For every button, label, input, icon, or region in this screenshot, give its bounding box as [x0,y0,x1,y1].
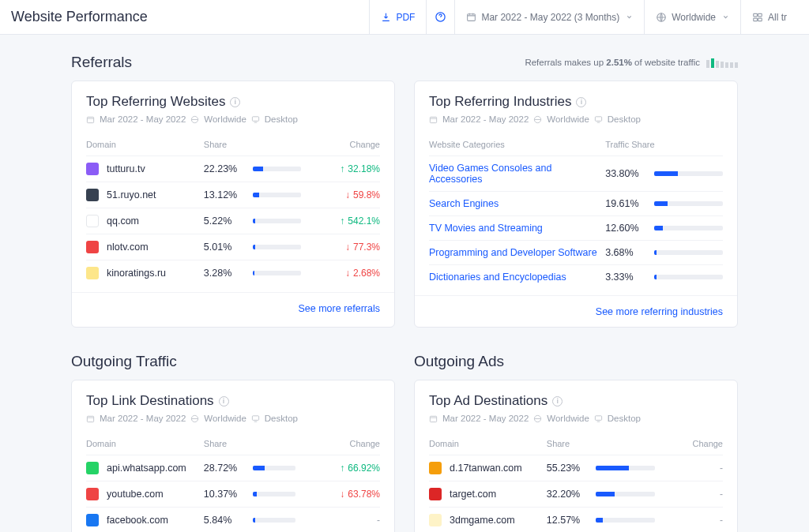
share-bar [253,518,295,523]
change-value: 63.78% [340,489,380,500]
svg-rect-18 [595,415,601,420]
svg-rect-15 [252,415,258,420]
domain-name[interactable]: 3dmgame.com [450,515,515,526]
share-value: 12.57% [547,515,588,526]
share-bar [596,492,656,496]
table-row: d.17tanwan.com55.23%- [429,455,723,481]
card-title: Top Referring Industries i [429,94,723,110]
pdf-label: PDF [396,12,415,23]
card-subtitle: Mar 2022 - May 2022 Worldwide Desktop [429,414,723,423]
share-value: 22.23% [204,163,245,174]
table-row: kinoratings.ru3.28%2.68% [86,260,380,287]
card-top-referring-industries: Top Referring Industries i Mar 2022 - Ma… [414,81,738,328]
topbar-actions: PDF Mar 2022 - May 2022 (3 Months) World… [369,0,798,34]
see-more-referrals-link[interactable]: See more referrals [298,303,380,314]
help-button[interactable] [426,0,454,34]
referrals-meta: Referrals makes up 2.51% of website traf… [525,57,738,68]
category-link[interactable]: Video Games Consoles and Accessories [429,163,551,185]
card-subtitle: Mar 2022 - May 2022 Worldwide Desktop [86,414,380,423]
domain-name[interactable]: target.com [450,489,496,500]
filter-icon [752,12,763,23]
share-bar [253,271,301,275]
favicon-icon [86,241,99,253]
globe-icon [533,115,542,124]
table-row: tutturu.tv22.23%32.18% [86,156,380,182]
info-icon[interactable]: i [576,97,586,107]
desktop-icon [251,414,260,423]
section-head-outgoing-ads: Outgoing Ads [414,353,738,370]
svg-rect-5 [754,18,758,21]
change-value: 542.1% [340,215,380,227]
share-value: 10.37% [204,489,245,500]
date-range-picker[interactable]: Mar 2022 - May 2022 (3 Months) [454,0,644,34]
card-subtitle: Mar 2022 - May 2022 Worldwide Desktop [86,114,380,124]
see-more-industries-link[interactable]: See more referring industries [596,306,723,317]
share-value: 5.22% [204,215,245,227]
domain-name[interactable]: tutturu.tv [107,163,145,174]
traffic-share-sparkline [706,57,738,68]
domain-name[interactable]: facebook.com [107,515,168,526]
change-value: 2.68% [345,268,380,279]
favicon-icon [86,462,99,474]
domain-name[interactable]: qq.com [107,215,139,227]
share-value: 12.60% [605,223,646,234]
share-bar [596,518,656,523]
table-row: Programming and Developer Software3.68% [429,241,723,265]
share-value: 3.33% [605,272,646,283]
globe-icon [533,414,542,423]
info-icon[interactable]: i [219,396,229,406]
info-icon[interactable]: i [552,396,563,406]
category-link[interactable]: Search Engines [429,198,499,209]
card-top-link-destinations: Top Link Destinations i Mar 2022 - May 2… [71,380,395,532]
category-link[interactable]: TV Movies and Streaming [429,223,543,234]
share-bar [253,492,295,496]
category-link[interactable]: Dictionaries and Encyclopedias [429,272,566,283]
card-top-referring-websites: Top Referring Websites i Mar 2022 - May … [71,81,395,328]
info-icon[interactable]: i [230,97,240,107]
traffic-filter-button[interactable]: All tr [740,0,798,34]
region-picker[interactable]: Worldwide [644,0,740,34]
share-value: 33.80% [605,168,646,179]
chevron-down-icon [626,13,633,21]
change-value: 77.3% [345,242,380,253]
domain-name[interactable]: 51.ruyo.net [107,189,156,200]
card-top-ad-destinations: Top Ad Destinations i Mar 2022 - May 202… [414,380,738,532]
domain-name[interactable]: kinoratings.ru [107,268,166,279]
domain-name[interactable]: d.17tanwan.com [450,463,522,474]
card-title: Top Ad Destinations i [429,393,723,409]
share-value: 13.12% [204,189,245,200]
share-value: 28.72% [204,463,245,474]
table-row: qq.com5.22%542.1% [86,208,380,234]
share-value: 3.28% [204,268,245,279]
table-row: target.com32.20%- [429,481,723,508]
share-value: 55.23% [547,463,588,474]
referring-industries-table: Website Categories Traffic Share Video G… [429,135,723,289]
referrals-heading: Referrals [71,54,132,71]
traffic-filter-label: All tr [768,12,787,23]
domain-name[interactable]: api.whatsapp.com [107,463,186,474]
svg-rect-1 [468,14,476,21]
calendar-icon [429,115,438,124]
share-bar [253,167,301,171]
table-row: 51.ruyo.net13.12%59.8% [86,182,380,208]
favicon-icon [86,267,99,279]
share-value: 19.61% [605,198,646,209]
download-icon [381,12,391,22]
svg-rect-13 [87,416,93,421]
export-pdf-button[interactable]: PDF [369,0,426,34]
chevron-down-icon [722,13,729,21]
topbar: Website Performance PDF Mar 2022 - May 2… [0,0,809,35]
table-row: Dictionaries and Encyclopedias3.33% [429,265,723,290]
category-link[interactable]: Programming and Developer Software [429,247,597,258]
help-icon [435,11,446,23]
share-bar [253,245,301,249]
globe-icon [656,12,667,23]
change-value: - [377,515,380,526]
share-bar [253,193,301,197]
favicon-icon [429,514,442,526]
card-subtitle: Mar 2022 - May 2022 Worldwide Desktop [429,114,723,124]
link-destinations-table: Domain Share Change api.whatsapp.com28.7… [86,434,380,532]
domain-name[interactable]: youtube.com [107,489,164,500]
domain-name[interactable]: nlotv.com [107,242,149,253]
share-bar [654,275,723,279]
